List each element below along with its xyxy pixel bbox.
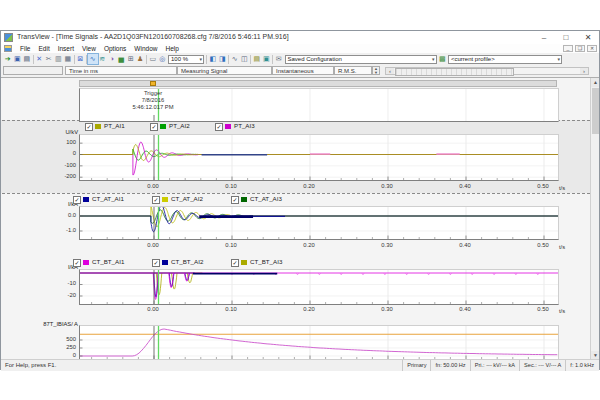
trigger-title: Trigger [93,90,213,97]
toolbar-items: ➔▣▤✕✂▥▦⊠∿≋◑▅⊞♟▭◎100 %▾◧◨∿◫▤▣✉Saved Confi… [3,53,563,65]
x-tick-label: 0.10 [219,306,243,312]
menu-edit[interactable]: Edit [34,44,53,53]
split-view-icon[interactable]: ◫ [240,54,250,64]
plot-area-2[interactable] [79,206,559,240]
plot-area-1[interactable] [79,134,559,181]
x-tick-label: 0.50 [531,242,555,248]
grid-y-icon[interactable]: ▤ [252,54,262,64]
print-icon[interactable]: ▤ [22,54,32,64]
x-tick-label: 0.30 [375,242,399,248]
vertical-scrollbar[interactable]: ▲ ▼ [590,78,599,360]
x-unit-label: t/s [559,244,565,250]
plot-area-3[interactable] [79,269,559,305]
binary-signals-icon[interactable]: ≋ [98,54,108,64]
maximize-button[interactable]: □ [555,31,577,44]
cut-icon[interactable]: ✂ [44,54,54,64]
zoom-icon[interactable]: ◎ [158,54,168,64]
current-profile-combo[interactable]: <current profile>▾ [448,55,562,64]
y-unit-label: U/kV [6,129,78,135]
close-button[interactable]: ✕ [577,31,599,44]
fit-view-icon[interactable]: ⊠ [76,54,86,64]
delete-icon[interactable]: ✕ [35,54,45,64]
time-scrollbar-thumb[interactable] [395,68,514,76]
bar-chart-icon[interactable]: ▅ [117,54,127,64]
status-cells: Primaryfn: 50.00 HzPri.: --- kV/--- kASe… [402,360,598,371]
color-swatch [83,197,89,202]
checkbox-pt_ai2[interactable]: ✓ [150,123,158,131]
checkbox-ct_bt_ai2[interactable]: ✓ [152,259,160,267]
checkbox-pt_ai1[interactable]: ✓ [85,123,93,131]
saved-configuration-combo[interactable]: Saved Configuration▾ [285,55,437,64]
field-measuring-signal[interactable]: Measuring Signal [177,66,272,75]
x-tick-label: 0.30 [375,183,399,189]
menu-help[interactable]: Help [161,44,182,53]
scroll-left-icon[interactable]: ‹ [386,68,394,74]
phasor-diagram-icon[interactable]: ◑ [107,54,117,64]
vertical-scrollbar-thumb[interactable] [592,88,599,134]
color-swatch [162,197,168,202]
field-r-m-s-[interactable]: R.M.S. [334,66,372,75]
trigger-strip[interactable] [79,80,557,87]
x-tick-label: 0.40 [453,306,477,312]
menu-file[interactable]: File [16,44,34,53]
plot-area-4[interactable] [79,325,559,360]
y-tick-label: 250 [31,344,76,350]
signal-label: CT_AT_AI3 [250,195,282,202]
zoom-out-time-icon[interactable]: ◨ [218,54,228,64]
paste-icon[interactable]: ▦ [63,54,73,64]
x-tick-label: 0.10 [219,242,243,248]
checkbox-ct_at_ai1[interactable]: ✓ [73,196,81,204]
status-help-text: For Help, press F1. [5,362,56,368]
y-tick-label: -100 [31,162,76,168]
signal-label: PT_AI1 [104,122,125,129]
x-tick-label: 0.40 [453,183,477,189]
import-record-icon[interactable]: ➔ [3,54,13,64]
scroll-up-icon[interactable]: ▲ [591,78,599,87]
time-scrollbar[interactable]: ‹ › [385,67,589,75]
checkbox-ct_at_ai2[interactable]: ✓ [152,196,160,204]
x-tick-label: 0.20 [297,306,321,312]
app-icon [4,33,13,42]
window-title: TransView - [Time Signals - AA2D1Q03FN12… [17,33,289,40]
scroll-right-icon[interactable]: › [580,68,588,74]
minimize-button[interactable]: – [533,31,555,44]
menu-options[interactable]: Options [100,44,130,53]
profile-icon[interactable]: ▩ [438,54,448,64]
menu-view[interactable]: View [78,44,100,53]
grid-a-icon[interactable]: ▣ [262,54,272,64]
checkbox-pt_ai3[interactable]: ✓ [215,123,223,131]
y-tick-label: -10 [31,280,76,286]
table-icon[interactable]: ⊞ [126,54,136,64]
x-tick-label: 0.30 [375,306,399,312]
mdi-restore-button[interactable]: ❑ [575,45,585,52]
field-time-in-ms[interactable]: Time in ms [65,66,177,75]
trigger-marker-icon[interactable] [150,81,156,86]
mdi-close-button[interactable]: ✕ [587,45,597,52]
field-instantaneous[interactable]: Instantaneous [272,66,334,75]
mdi-minimize-button[interactable]: _ [563,45,573,52]
menu-insert[interactable]: Insert [54,44,78,53]
print-preview-icon[interactable]: ▭ [148,54,158,64]
status-cell: fn: 50.00 Hz [430,360,469,371]
analog-signals-icon[interactable]: ∿ [88,54,98,64]
checkbox-ct_bt_ai3[interactable]: ✓ [231,259,239,267]
zoom-level-combo[interactable]: 100 %▾ [168,55,204,64]
checkbox-ct_at_ai3[interactable]: ✓ [231,196,239,204]
color-swatch [83,260,89,265]
copy-icon[interactable]: ▥ [54,54,64,64]
status-cell: Sec.: --- V/--- A [519,360,565,371]
zoom-in-time-icon[interactable]: ◧ [208,54,218,64]
menu-window[interactable]: Window [130,44,161,53]
email-icon[interactable]: ✉ [274,54,284,64]
trigger-time: 5:46:12.017 PM [93,104,213,111]
save-icon[interactable]: ▣ [13,54,23,64]
checkbox-ct_bt_ai1[interactable]: ✓ [73,259,81,267]
color-swatch [95,124,101,129]
toolbar-separator [228,55,229,64]
color-swatch [162,260,168,265]
user-profile-icon[interactable]: ♟ [136,54,146,64]
legend-ct_at_ai2: ✓CT_AT_AI2 [152,195,231,204]
spinner-control[interactable]: ▲▼ [372,66,380,75]
superimpose-icon[interactable]: ∿ [230,54,240,64]
signal-label: CT_AT_AI2 [171,195,203,202]
